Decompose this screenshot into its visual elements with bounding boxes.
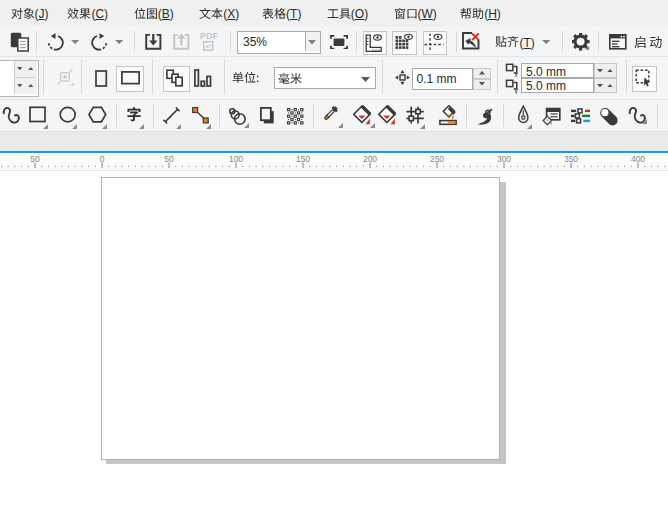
svg-text:x: x xyxy=(514,71,518,78)
svg-text:y: y xyxy=(514,87,518,94)
